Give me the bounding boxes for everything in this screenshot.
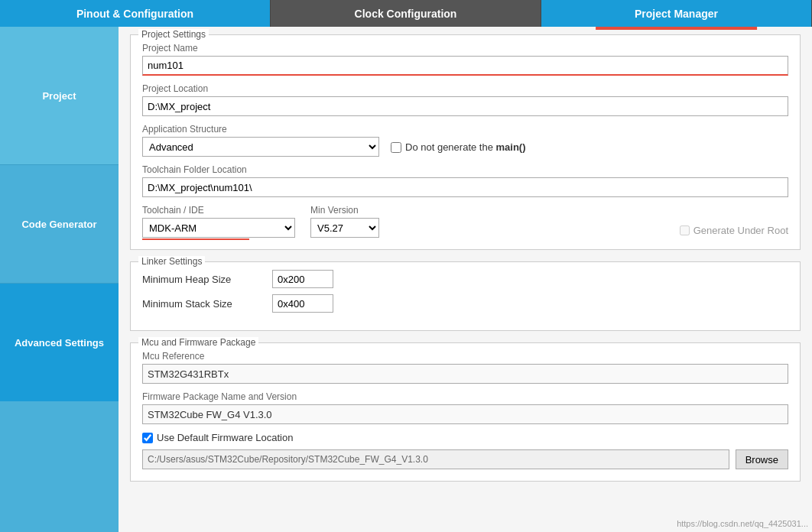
do-not-generate-main-label: Do not generate the main() — [405, 141, 526, 153]
project-location-group: Project Location — [142, 83, 788, 116]
use-default-firmware-checkbox[interactable] — [142, 433, 153, 443]
toolchain-red-underline — [142, 238, 249, 240]
app-structure-select[interactable]: Basic Advanced — [142, 137, 379, 157]
use-default-firmware-label: Use Default Firmware Location — [157, 432, 293, 443]
project-name-input[interactable] — [142, 56, 788, 76]
top-nav: Pinout & Configuration Clock Configurati… — [0, 0, 812, 27]
min-version-label: Min Version — [310, 205, 379, 216]
project-settings-section: Project Settings Project Name Project Lo… — [130, 34, 801, 250]
min-stack-input[interactable] — [272, 294, 333, 313]
project-name-label: Project Name — [142, 43, 788, 54]
sidebar: Project Code Generator Advanced Settings — [0, 27, 119, 532]
min-stack-row: Minimum Stack Size — [142, 294, 788, 313]
use-default-firmware-group: Use Default Firmware Location — [142, 432, 788, 443]
project-name-group: Project Name — [142, 43, 788, 76]
mcu-firmware-title: Mcu and Firmware Package — [138, 337, 258, 348]
mcu-reference-input — [142, 364, 788, 384]
firmware-path-input[interactable] — [142, 449, 729, 469]
generate-under-root-checkbox — [680, 225, 690, 235]
min-heap-input[interactable] — [272, 270, 333, 288]
toolchain-folder-group: Toolchain Folder Location — [142, 164, 788, 197]
min-version-select[interactable]: V5.27 V5.36 — [310, 218, 379, 238]
mcu-reference-label: Mcu Reference — [142, 351, 788, 362]
min-heap-label: Minimum Heap Size — [142, 274, 265, 285]
toolchain-folder-input[interactable] — [142, 177, 788, 197]
watermark: https://blog.csdn.net/qq_4425031... — [677, 519, 808, 528]
min-stack-label: Minimum Stack Size — [142, 298, 265, 310]
app-structure-row: Application Structure Basic Advanced Do … — [142, 124, 788, 157]
min-heap-row: Minimum Heap Size — [142, 270, 788, 288]
tab-clock-configuration[interactable]: Clock Configuration — [271, 0, 541, 27]
generate-under-root-label: Generate Under Root — [693, 225, 788, 236]
do-not-generate-main-checkbox[interactable] — [391, 142, 401, 153]
do-not-generate-main-group: Do not generate the main() — [391, 141, 526, 153]
toolchain-ide-row: Toolchain / IDE MDK-ARM STM32CubeIDE Mak… — [142, 205, 788, 238]
toolchain-ide-col: Toolchain / IDE MDK-ARM STM32CubeIDE Mak… — [142, 205, 295, 238]
content-area: Project Settings Project Name Project Lo… — [119, 27, 812, 532]
firmware-package-label: Firmware Package Name and Version — [142, 391, 788, 402]
project-location-label: Project Location — [142, 83, 788, 94]
linker-settings-title: Linker Settings — [138, 256, 205, 267]
tab-project-manager[interactable]: Project Manager — [541, 0, 812, 27]
sidebar-item-project[interactable]: Project — [0, 27, 119, 164]
main-layout: Project Code Generator Advanced Settings… — [0, 27, 812, 532]
min-version-col: Min Version V5.27 V5.36 — [310, 205, 379, 238]
sidebar-item-advanced-settings[interactable]: Advanced Settings — [0, 283, 119, 401]
mcu-firmware-section: Mcu and Firmware Package Mcu Reference F… — [130, 342, 801, 482]
firmware-path-row: Browse — [142, 449, 788, 469]
toolchain-ide-label: Toolchain / IDE — [142, 205, 295, 216]
sidebar-item-code-generator[interactable]: Code Generator — [0, 164, 119, 283]
project-location-input[interactable] — [142, 96, 788, 116]
project-settings-title: Project Settings — [138, 29, 209, 40]
app-structure-label: Application Structure — [142, 124, 379, 135]
toolchain-ide-select[interactable]: MDK-ARM STM32CubeIDE Makefile — [142, 218, 295, 238]
tab-pinout-configuration[interactable]: Pinout & Configuration — [0, 0, 271, 27]
browse-button[interactable]: Browse — [736, 449, 788, 469]
toolchain-folder-label: Toolchain Folder Location — [142, 164, 788, 175]
generate-under-root-group: Generate Under Root — [680, 225, 788, 238]
mcu-reference-group: Mcu Reference — [142, 351, 788, 384]
firmware-package-group: Firmware Package Name and Version — [142, 391, 788, 424]
firmware-package-input — [142, 404, 788, 424]
linker-settings-section: Linker Settings Minimum Heap Size Minimu… — [130, 261, 801, 331]
